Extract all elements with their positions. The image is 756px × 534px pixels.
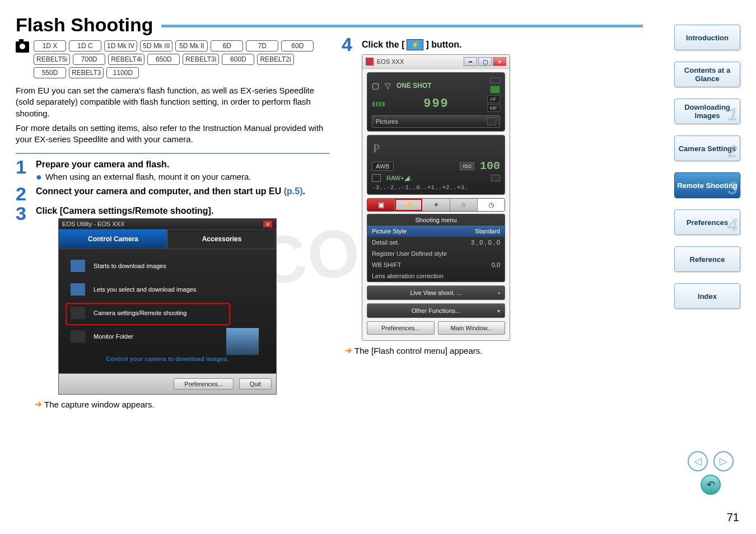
mf-label[interactable]: MF xyxy=(487,104,500,112)
camera-icon xyxy=(16,41,29,53)
step-4-note: ➔ The [Flash control menu] appears. xyxy=(345,345,526,355)
pictures-label: Pictures xyxy=(376,118,398,125)
shots-remaining: 999 xyxy=(423,97,449,111)
menu-row[interactable]: Detail set.3 , 0 , 0 , 0 xyxy=(367,237,505,248)
prev-page-button[interactable]: ◁ xyxy=(688,451,708,471)
sidebar-item-label: Downloading Images xyxy=(677,103,738,120)
menu-value: 0,0 xyxy=(492,261,500,268)
intro-p1: From EU you can set the camera's flash f… xyxy=(16,85,329,119)
tab-flash[interactable]: ⚡ xyxy=(395,199,422,211)
iso-value[interactable]: 100 xyxy=(480,160,500,172)
menu-key: Picture Style xyxy=(372,228,475,235)
battery-level-icon: ▮▮▮▮ xyxy=(372,100,385,107)
menu-key: Lens aberration correction xyxy=(372,273,500,279)
step-2-link[interactable]: (p.5) xyxy=(284,186,303,196)
app-icon xyxy=(366,58,374,65)
camera-badge: 60D xyxy=(281,40,314,51)
camera-badge: REBELT3 xyxy=(69,67,104,78)
tab-accessories[interactable]: Accessories xyxy=(167,229,276,249)
pictures-button[interactable]: Pictures xyxy=(372,115,500,128)
eu-titlebar: EOS Utility - EOS XXX ✕ xyxy=(59,219,276,229)
sidebar-item-label: Contents at a Glance xyxy=(677,66,738,83)
bullet-icon: ● xyxy=(36,172,42,182)
eu-preferences-button[interactable]: Preferences... xyxy=(174,378,233,390)
drive-icon: ▽ xyxy=(385,81,391,90)
eu-item-monitor-label: Monitor Folder xyxy=(94,333,133,340)
camera-badge: REBELT2i xyxy=(257,54,293,65)
tab-control-camera[interactable]: Control Camera xyxy=(59,229,167,249)
eu-item-download[interactable]: Starts to download images xyxy=(70,259,265,273)
step-1-number: 1 xyxy=(16,160,32,182)
step-4-number: 4 xyxy=(342,37,358,52)
camera-badge: 7D xyxy=(246,40,278,51)
eu-item-select[interactable]: Lets you select and download images xyxy=(70,283,265,296)
card-icon xyxy=(491,175,500,181)
cw-main-window-button[interactable]: Main Window... xyxy=(438,321,506,335)
intro-p2: For more details on setting items, also … xyxy=(16,123,329,146)
maximize-icon[interactable]: ▢ xyxy=(478,57,492,66)
sidebar-item[interactable]: Remote Shooting3 xyxy=(674,172,740,198)
flash-tab-icon: ⚡ xyxy=(407,39,423,50)
step-1-bullet: When using an external flash, mount it o… xyxy=(45,172,251,181)
folder-icon[interactable] xyxy=(487,118,496,125)
menu-key: Register User Defined style xyxy=(372,250,500,257)
live-view-label: Live View shoot. ... xyxy=(410,289,461,296)
back-button[interactable]: ↶ xyxy=(701,475,721,495)
camera-badge: 1100D xyxy=(106,67,139,78)
camera-badge: 650D xyxy=(147,54,180,65)
next-page-button[interactable]: ▷ xyxy=(713,451,734,471)
page-number: 71 xyxy=(727,511,739,524)
iso-badge: ISO xyxy=(460,162,474,170)
shutter-button[interactable] xyxy=(490,86,500,93)
quality-label[interactable]: RAW+◢L xyxy=(386,175,412,182)
tab-timer[interactable]: ◷ xyxy=(478,199,505,211)
beep-icon: ▢ xyxy=(372,81,379,90)
sidebar-item[interactable]: Reference xyxy=(674,246,740,272)
minimize-icon[interactable]: ━ xyxy=(464,57,477,66)
live-view-button[interactable]: Live View shoot. ... ▪ xyxy=(367,285,505,300)
af-label[interactable]: AF xyxy=(487,95,500,103)
sidebar-item[interactable]: Index xyxy=(674,283,740,309)
arrow-icon: ➔ xyxy=(345,345,352,355)
eu-quit-button[interactable]: Quit xyxy=(239,378,272,390)
metering-icon[interactable] xyxy=(372,174,381,182)
tab-camera[interactable]: ▣ xyxy=(367,199,395,211)
sidebar-item[interactable]: Downloading Images1 xyxy=(674,99,740,124)
shooting-menu: Shooting menu Picture StyleStandardDetai… xyxy=(367,214,505,282)
select-icon xyxy=(70,283,86,296)
close-icon[interactable]: ✕ xyxy=(493,57,506,66)
menu-row[interactable]: Picture StyleStandard xyxy=(367,226,505,237)
camera-badge: 600D xyxy=(222,54,254,65)
page-title: Flash Shooting xyxy=(16,14,153,36)
sidebar-item[interactable]: Introduction xyxy=(674,25,740,50)
cw-title: EOS XXX xyxy=(377,58,464,65)
menu-row[interactable]: Lens aberration correction xyxy=(367,270,505,282)
awb-button[interactable]: AWB xyxy=(372,162,394,171)
step-3-number: 3 xyxy=(16,206,32,395)
sidebar-item[interactable]: Contents at a Glance xyxy=(674,62,740,87)
close-icon[interactable]: ✕ xyxy=(263,220,273,228)
menu-value: 3 , 0 , 0 , 0 xyxy=(471,239,500,246)
menu-row[interactable]: Register User Defined style xyxy=(367,248,505,259)
title-rule xyxy=(161,25,643,27)
tab-custom[interactable]: ✶ xyxy=(422,199,450,211)
menu-row[interactable]: WB SHIFT0,0 xyxy=(367,259,505,270)
step-4-text-b: ] button. xyxy=(426,40,461,50)
sidebar-item[interactable]: Camera Settings2 xyxy=(674,135,740,161)
camera-badge: 1D C xyxy=(69,40,101,51)
tab-star[interactable]: ☆ xyxy=(450,199,478,211)
preview-monitor-icon xyxy=(226,327,259,355)
mode-label[interactable]: P xyxy=(372,139,500,158)
sidebar-item-label: Introduction xyxy=(686,34,729,42)
sidebar-item[interactable]: Preferences4 xyxy=(674,209,740,235)
step-2-text-end: . xyxy=(303,186,305,196)
menu-value: Standard xyxy=(475,228,500,235)
other-functions-button[interactable]: Other Functions... ▾ xyxy=(367,303,505,318)
sidebar-ghost-number: 4 xyxy=(727,215,738,236)
step-4-note-text: The [Flash control menu] appears. xyxy=(354,346,482,355)
separator xyxy=(16,153,329,154)
step-3: 3 Click [Camera settings/Remote shooting… xyxy=(16,206,329,395)
sidebar-item-label: Index xyxy=(698,292,717,301)
eu-item-settings[interactable]: Camera settings/Remote shooting xyxy=(70,306,265,320)
cw-preferences-button[interactable]: Preferences... xyxy=(367,321,435,335)
